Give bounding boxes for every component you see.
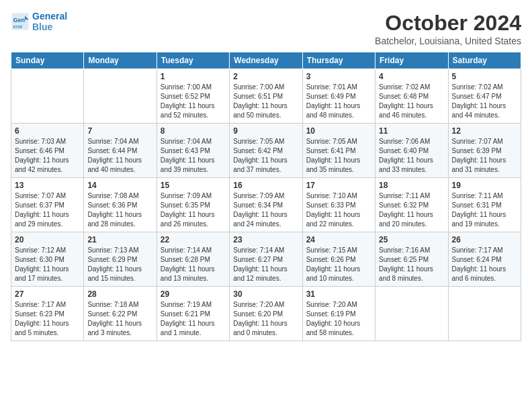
day-number: 20 bbox=[15, 235, 80, 244]
day-number: 1 bbox=[161, 72, 226, 81]
calendar-cell: 1Sunrise: 7:00 AM Sunset: 6:52 PM Daylig… bbox=[157, 69, 229, 124]
calendar-cell: 6Sunrise: 7:03 AM Sunset: 6:46 PM Daylig… bbox=[11, 124, 84, 178]
day-number: 8 bbox=[161, 126, 226, 136]
day-number: 15 bbox=[161, 181, 226, 190]
day-info: Sunrise: 7:14 AM Sunset: 6:27 PM Dayligh… bbox=[233, 246, 298, 283]
calendar-cell: 24Sunrise: 7:15 AM Sunset: 6:26 PM Dayli… bbox=[302, 232, 375, 287]
day-info: Sunrise: 7:14 AM Sunset: 6:28 PM Dayligh… bbox=[161, 246, 226, 283]
calendar-week-4: 20Sunrise: 7:12 AM Sunset: 6:30 PM Dayli… bbox=[11, 232, 521, 287]
logo-icon: Gen eral bbox=[11, 12, 30, 31]
day-info: Sunrise: 7:17 AM Sunset: 6:23 PM Dayligh… bbox=[15, 300, 80, 338]
day-number: 4 bbox=[379, 72, 444, 81]
calendar-cell: 3Sunrise: 7:01 AM Sunset: 6:49 PM Daylig… bbox=[302, 69, 375, 124]
logo-text: General bbox=[32, 11, 67, 21]
svg-text:eral: eral bbox=[13, 24, 23, 30]
calendar-cell: 29Sunrise: 7:19 AM Sunset: 6:21 PM Dayli… bbox=[157, 287, 229, 341]
day-number: 16 bbox=[233, 181, 298, 190]
day-info: Sunrise: 7:15 AM Sunset: 6:26 PM Dayligh… bbox=[306, 246, 371, 283]
day-number: 24 bbox=[306, 235, 371, 244]
day-number: 14 bbox=[87, 181, 152, 190]
calendar-cell: 30Sunrise: 7:20 AM Sunset: 6:20 PM Dayli… bbox=[230, 287, 302, 341]
day-info: Sunrise: 7:20 AM Sunset: 6:19 PM Dayligh… bbox=[306, 300, 371, 338]
logo-text2: Blue bbox=[32, 21, 67, 32]
day-info: Sunrise: 7:09 AM Sunset: 6:34 PM Dayligh… bbox=[233, 191, 298, 229]
day-info: Sunrise: 7:11 AM Sunset: 6:32 PM Dayligh… bbox=[379, 191, 444, 229]
svg-text:Gen: Gen bbox=[13, 17, 26, 24]
day-number: 11 bbox=[379, 126, 444, 136]
day-info: Sunrise: 7:03 AM Sunset: 6:46 PM Dayligh… bbox=[15, 137, 80, 175]
day-number: 10 bbox=[306, 126, 371, 136]
calendar-cell: 31Sunrise: 7:20 AM Sunset: 6:19 PM Dayli… bbox=[302, 287, 375, 341]
day-number: 19 bbox=[452, 181, 517, 190]
calendar-cell: 2Sunrise: 7:00 AM Sunset: 6:51 PM Daylig… bbox=[230, 69, 302, 124]
day-number: 27 bbox=[15, 289, 80, 299]
calendar-cell: 26Sunrise: 7:17 AM Sunset: 6:24 PM Dayli… bbox=[448, 232, 521, 287]
day-info: Sunrise: 7:18 AM Sunset: 6:22 PM Dayligh… bbox=[87, 300, 152, 338]
day-info: Sunrise: 7:04 AM Sunset: 6:44 PM Dayligh… bbox=[87, 137, 152, 175]
calendar-cell bbox=[375, 287, 448, 341]
day-number: 6 bbox=[15, 126, 80, 136]
calendar-cell: 21Sunrise: 7:13 AM Sunset: 6:29 PM Dayli… bbox=[84, 232, 157, 287]
day-info: Sunrise: 7:08 AM Sunset: 6:36 PM Dayligh… bbox=[87, 191, 152, 229]
day-info: Sunrise: 7:02 AM Sunset: 6:48 PM Dayligh… bbox=[379, 83, 444, 120]
calendar-cell: 16Sunrise: 7:09 AM Sunset: 6:34 PM Dayli… bbox=[230, 178, 302, 232]
day-number: 9 bbox=[233, 126, 298, 136]
calendar-cell: 12Sunrise: 7:07 AM Sunset: 6:39 PM Dayli… bbox=[448, 124, 521, 178]
day-number: 18 bbox=[379, 181, 444, 190]
calendar-week-3: 13Sunrise: 7:07 AM Sunset: 6:37 PM Dayli… bbox=[11, 178, 521, 232]
day-info: Sunrise: 7:02 AM Sunset: 6:47 PM Dayligh… bbox=[452, 83, 517, 120]
calendar-cell: 7Sunrise: 7:04 AM Sunset: 6:44 PM Daylig… bbox=[84, 124, 157, 178]
day-info: Sunrise: 7:16 AM Sunset: 6:25 PM Dayligh… bbox=[379, 246, 444, 283]
day-number: 7 bbox=[87, 126, 152, 136]
calendar-cell: 25Sunrise: 7:16 AM Sunset: 6:25 PM Dayli… bbox=[375, 232, 448, 287]
day-number: 12 bbox=[452, 126, 517, 136]
calendar-week-2: 6Sunrise: 7:03 AM Sunset: 6:46 PM Daylig… bbox=[11, 124, 521, 178]
page-header: Gen eral General Blue October 2024 Batch… bbox=[11, 11, 521, 46]
day-number: 31 bbox=[306, 289, 371, 299]
day-info: Sunrise: 7:13 AM Sunset: 6:29 PM Dayligh… bbox=[87, 246, 152, 283]
calendar-header-saturday: Saturday bbox=[448, 52, 521, 69]
calendar-header-sunday: Sunday bbox=[11, 52, 84, 69]
day-info: Sunrise: 7:11 AM Sunset: 6:31 PM Dayligh… bbox=[452, 191, 517, 229]
day-info: Sunrise: 7:10 AM Sunset: 6:33 PM Dayligh… bbox=[306, 191, 371, 229]
calendar-cell: 28Sunrise: 7:18 AM Sunset: 6:22 PM Dayli… bbox=[84, 287, 157, 341]
day-info: Sunrise: 7:12 AM Sunset: 6:30 PM Dayligh… bbox=[15, 246, 80, 283]
month-title: October 2024 bbox=[375, 11, 521, 36]
day-number: 23 bbox=[233, 235, 298, 244]
calendar-cell: 19Sunrise: 7:11 AM Sunset: 6:31 PM Dayli… bbox=[448, 178, 521, 232]
day-number: 3 bbox=[306, 72, 371, 81]
day-info: Sunrise: 7:06 AM Sunset: 6:40 PM Dayligh… bbox=[379, 137, 444, 175]
calendar-header-monday: Monday bbox=[84, 52, 157, 69]
day-info: Sunrise: 7:19 AM Sunset: 6:21 PM Dayligh… bbox=[161, 300, 226, 338]
calendar-cell: 5Sunrise: 7:02 AM Sunset: 6:47 PM Daylig… bbox=[448, 69, 521, 124]
day-number: 26 bbox=[452, 235, 517, 244]
calendar-week-5: 27Sunrise: 7:17 AM Sunset: 6:23 PM Dayli… bbox=[11, 287, 521, 341]
day-info: Sunrise: 7:04 AM Sunset: 6:43 PM Dayligh… bbox=[161, 137, 226, 175]
day-info: Sunrise: 7:01 AM Sunset: 6:49 PM Dayligh… bbox=[306, 83, 371, 120]
day-number: 29 bbox=[161, 289, 226, 299]
day-info: Sunrise: 7:20 AM Sunset: 6:20 PM Dayligh… bbox=[233, 300, 298, 338]
day-info: Sunrise: 7:17 AM Sunset: 6:24 PM Dayligh… bbox=[452, 246, 517, 283]
calendar-header-tuesday: Tuesday bbox=[157, 52, 229, 69]
day-info: Sunrise: 7:07 AM Sunset: 6:37 PM Dayligh… bbox=[15, 191, 80, 229]
day-info: Sunrise: 7:07 AM Sunset: 6:39 PM Dayligh… bbox=[452, 137, 517, 175]
day-number: 30 bbox=[233, 289, 298, 299]
calendar-cell bbox=[84, 69, 157, 124]
calendar-cell: 8Sunrise: 7:04 AM Sunset: 6:43 PM Daylig… bbox=[157, 124, 229, 178]
calendar-header-row: SundayMondayTuesdayWednesdayThursdayFrid… bbox=[11, 52, 521, 69]
day-number: 22 bbox=[161, 235, 226, 244]
day-number: 2 bbox=[233, 72, 298, 81]
day-info: Sunrise: 7:05 AM Sunset: 6:41 PM Dayligh… bbox=[306, 137, 371, 175]
calendar-cell: 14Sunrise: 7:08 AM Sunset: 6:36 PM Dayli… bbox=[84, 178, 157, 232]
calendar-week-1: 1Sunrise: 7:00 AM Sunset: 6:52 PM Daylig… bbox=[11, 69, 521, 124]
location: Batchelor, Louisiana, United States bbox=[375, 36, 521, 46]
day-info: Sunrise: 7:05 AM Sunset: 6:42 PM Dayligh… bbox=[233, 137, 298, 175]
day-number: 25 bbox=[379, 235, 444, 244]
day-number: 21 bbox=[87, 235, 152, 244]
calendar-cell: 20Sunrise: 7:12 AM Sunset: 6:30 PM Dayli… bbox=[11, 232, 84, 287]
calendar-cell: 10Sunrise: 7:05 AM Sunset: 6:41 PM Dayli… bbox=[302, 124, 375, 178]
day-number: 28 bbox=[87, 289, 152, 299]
calendar-cell: 27Sunrise: 7:17 AM Sunset: 6:23 PM Dayli… bbox=[11, 287, 84, 341]
day-number: 13 bbox=[15, 181, 80, 190]
calendar-cell: 4Sunrise: 7:02 AM Sunset: 6:48 PM Daylig… bbox=[375, 69, 448, 124]
